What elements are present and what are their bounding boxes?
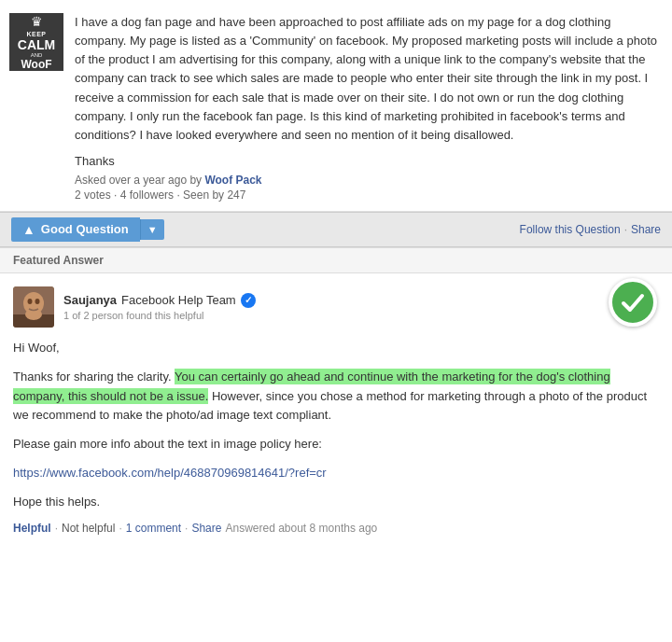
- good-question-button[interactable]: ▲ Good Question: [11, 217, 140, 242]
- answered-text: Answered about 8 months ago: [225, 522, 377, 535]
- author-main-row: Saujanya Facebook Help Team ✓ 1 of 2 per…: [13, 286, 657, 328]
- policy-link[interactable]: https://www.facebook.com/help/4688709698…: [13, 464, 657, 483]
- avatar: [13, 286, 54, 328]
- helpful-button[interactable]: Helpful: [13, 522, 51, 535]
- answer-share-link[interactable]: Share: [191, 522, 221, 535]
- avatar-face: [13, 286, 54, 328]
- comment-link[interactable]: 1 comment: [126, 522, 181, 535]
- question-text: I have a dog fan page and have been appr…: [75, 13, 657, 145]
- author-name: Saujanya: [63, 293, 117, 307]
- asked-label: Asked over a year ago by: [75, 174, 204, 187]
- share-link[interactable]: Share: [631, 223, 661, 236]
- svg-point-3: [35, 299, 40, 304]
- paragraph1-before: Thanks for sharing the clarity.: [13, 370, 175, 384]
- separator-1: ·: [624, 223, 627, 236]
- author-link[interactable]: Woof Pack: [204, 174, 261, 187]
- logo-calm: CALM: [18, 38, 55, 51]
- verified-badge-icon: ✓: [241, 293, 256, 308]
- good-question-dropdown[interactable]: ▼: [140, 219, 164, 240]
- checkmark-circle-icon: [609, 278, 657, 327]
- answer-paragraph-1: Thanks for sharing the clarity. You can …: [13, 368, 657, 426]
- question-stats: 2 votes · 4 followers · Seen by 247: [75, 188, 657, 202]
- author-name-row: Saujanya Facebook Help Team ✓: [63, 293, 571, 308]
- answer-content: Saujanya Facebook Help Team ✓ 1 of 2 per…: [0, 273, 672, 546]
- svg-point-2: [28, 299, 33, 304]
- crown-icon: ♛: [31, 14, 43, 29]
- greeting: Hi Woof,: [13, 339, 657, 358]
- question-section: ♛ KEEP CALM AND WooF I have a dog fan pa…: [0, 0, 672, 212]
- answer-paragraph-3: Hope this helps.: [13, 493, 657, 512]
- featured-answer-header: Featured Answer: [0, 247, 672, 273]
- thanks-text: Thanks: [75, 154, 657, 168]
- author-info: Saujanya Facebook Help Team ✓ 1 of 2 per…: [63, 293, 571, 321]
- up-arrow-icon: ▲: [22, 222, 35, 237]
- follow-question-link[interactable]: Follow this Question: [520, 223, 621, 236]
- footer-sep-2: ·: [119, 522, 121, 535]
- author-team: Facebook Help Team: [121, 293, 236, 307]
- question-body: I have a dog fan page and have been appr…: [75, 13, 657, 202]
- checkmark-overlay: [609, 278, 657, 327]
- footer-sep-1: ·: [55, 522, 58, 535]
- good-question-label: Good Question: [41, 222, 129, 236]
- answer-footer: Helpful · Not helpful · 1 comment · Shar…: [13, 522, 657, 535]
- not-helpful-button[interactable]: Not helpful: [62, 522, 115, 535]
- action-bar-right: Follow this Question · Share: [520, 223, 661, 236]
- answer-text: Hi Woof, Thanks for sharing the clarity.…: [13, 339, 657, 512]
- footer-sep-3: ·: [185, 522, 188, 535]
- logo-woof: WooF: [21, 59, 51, 70]
- question-meta: Asked over a year ago by Woof Pack: [75, 174, 657, 187]
- featured-answer-section: Featured Answer: [0, 247, 672, 546]
- logo-box: ♛ KEEP CALM AND WooF: [9, 13, 63, 71]
- helpful-count: 1 of 2 person found this helpful: [63, 310, 571, 321]
- action-bar: ▲ Good Question ▼ Follow this Question ·…: [0, 212, 672, 247]
- answer-paragraph-2: Please gain more info about the text in …: [13, 435, 657, 454]
